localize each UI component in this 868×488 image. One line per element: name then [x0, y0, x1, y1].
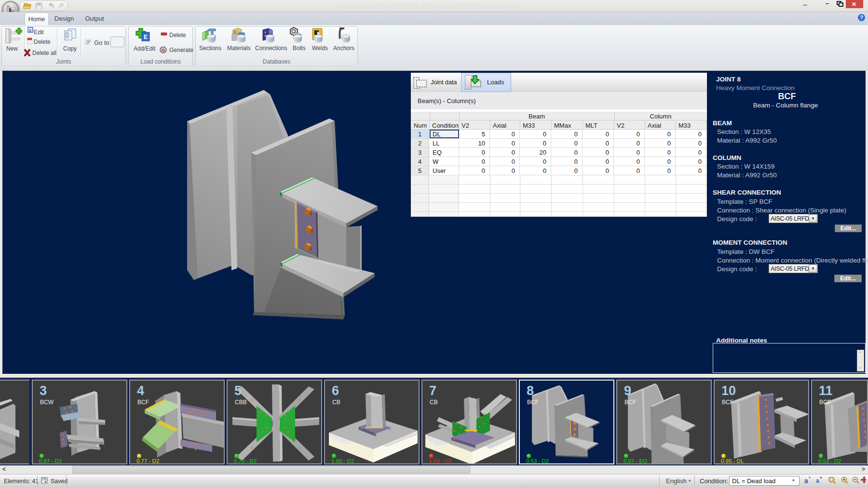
svg-text:a: a [816, 477, 819, 484]
svg-text:a: a [804, 477, 808, 485]
